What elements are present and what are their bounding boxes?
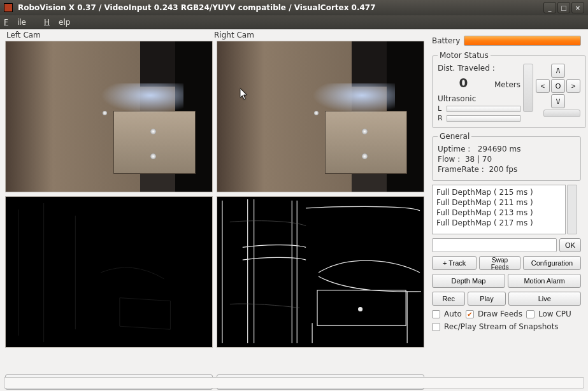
ok-button[interactable]: OK: [559, 238, 581, 252]
svg-rect-1: [217, 197, 424, 347]
configuration-button[interactable]: Configuration: [523, 256, 581, 270]
rec-play-snapshots-label: Rec/Play Stream of Snapshots: [444, 322, 559, 331]
motor-status-group: Motor Status Dist. Traveled : 0 Meters U…: [432, 51, 586, 128]
depth-map-button[interactable]: Depth Map: [432, 274, 505, 288]
ultrasonic-left-label: L: [438, 104, 444, 113]
horizontal-slider[interactable]: [543, 110, 580, 117]
rec-button[interactable]: Rec: [432, 292, 465, 306]
window-titlebar: RoboVision X 0.37 / VideoInput 0.243 RGB…: [0, 0, 588, 15]
dpad-up-button[interactable]: /\: [551, 64, 565, 78]
general-legend: General: [438, 132, 471, 141]
ultrasonic-left-bar: [447, 106, 520, 112]
dpad-left-button[interactable]: <: [536, 79, 550, 93]
dist-traveled-value: 0: [438, 75, 489, 90]
motor-status-legend: Motor Status: [438, 51, 491, 60]
rec-play-snapshots-checkbox[interactable]: [432, 323, 440, 331]
svg-rect-0: [6, 197, 212, 347]
swap-feeds-button[interactable]: Swap Feeds: [479, 256, 520, 270]
low-cpu-label: Low CPU: [538, 309, 571, 318]
battery-bar: [464, 36, 581, 46]
app-icon: [4, 3, 13, 12]
workspace: Left Cam Right Cam: [0, 29, 588, 391]
left-cam-feed[interactable]: [5, 41, 213, 192]
right-cam-feed[interactable]: [217, 41, 424, 192]
left-cam-label: Left Cam: [5, 31, 213, 39]
ultrasonic-right-label: R: [438, 114, 444, 122]
minimize-button[interactable]: _: [543, 2, 556, 13]
flow-value: 38 | 70: [465, 155, 492, 164]
dpad-center-button[interactable]: O: [551, 79, 565, 93]
framerate-label: FrameRate :: [438, 165, 484, 174]
log-output: Full DepthMap ( 215 ms ) Full DepthMap (…: [432, 185, 566, 234]
vertical-slider[interactable]: [523, 64, 533, 112]
right-processed-feed[interactable]: [217, 196, 424, 348]
draw-feeds-checkbox[interactable]: [466, 310, 474, 318]
dpad-right-button[interactable]: >: [566, 79, 580, 93]
auto-label: Auto: [444, 309, 462, 318]
dpad-down-button[interactable]: \/: [551, 94, 565, 108]
close-button[interactable]: ×: [571, 2, 584, 13]
svg-point-3: [359, 308, 362, 311]
uptime-label: Uptime :: [438, 145, 470, 153]
track-button[interactable]: + Track: [432, 256, 477, 270]
status-bar: [4, 377, 584, 388]
general-group: General Uptime : 294690 ms Flow : 38 | 7…: [432, 132, 581, 181]
low-cpu-checkbox[interactable]: [526, 310, 534, 318]
menu-help[interactable]: Help: [44, 18, 79, 27]
uptime-value: 294690 ms: [478, 145, 521, 153]
ultrasonic-right-bar: [447, 115, 520, 122]
live-button[interactable]: Live: [508, 292, 581, 306]
menu-file[interactable]: File: [4, 18, 35, 27]
left-processed-feed[interactable]: [5, 196, 213, 348]
battery-label: Battery: [432, 36, 460, 45]
draw-feeds-label: Draw Feeds: [478, 309, 522, 318]
dist-traveled-unit: Meters: [494, 80, 520, 89]
menu-bar: File Help: [0, 15, 588, 29]
play-button[interactable]: Play: [468, 292, 505, 306]
direction-pad: /\ < O > \/: [536, 64, 580, 108]
right-cam-label: Right Cam: [213, 31, 420, 39]
auto-checkbox[interactable]: [432, 310, 440, 318]
ultrasonic-label: Ultrasonic: [438, 94, 520, 103]
dist-traveled-label: Dist. Traveled :: [438, 64, 520, 73]
motion-alarm-button[interactable]: Motion Alarm: [508, 274, 581, 288]
maximize-button[interactable]: □: [557, 2, 570, 13]
window-title: RoboVision X 0.37 / VideoInput 0.243 RGB…: [18, 3, 376, 12]
command-input[interactable]: [432, 238, 557, 252]
flow-label: Flow :: [438, 155, 460, 164]
log-scrollbar[interactable]: [567, 185, 577, 234]
framerate-value: 200 fps: [489, 165, 517, 174]
